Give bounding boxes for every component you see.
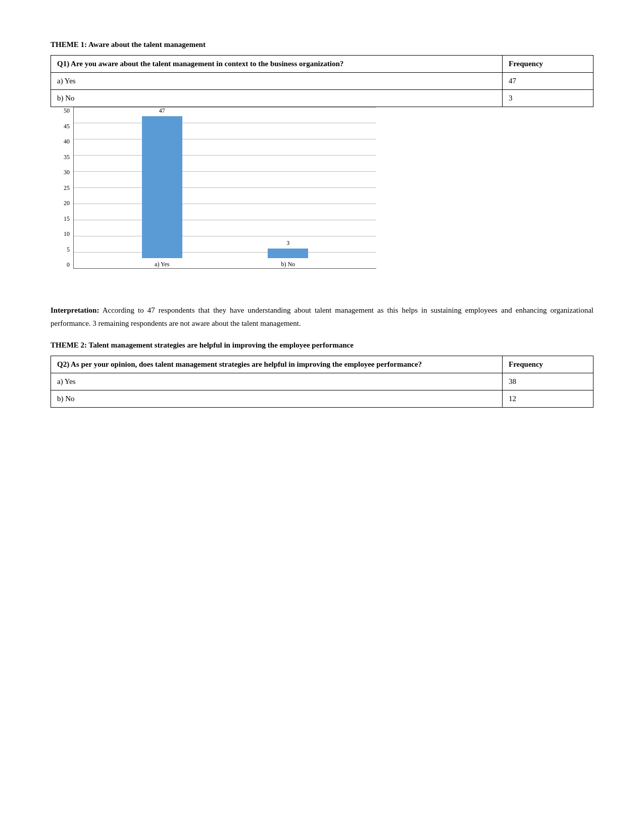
table-row: a) Yes 38 xyxy=(51,373,593,390)
q1-header-frequency: Frequency xyxy=(503,56,593,73)
table-header-row: Q1) Are you aware about the talent manag… xyxy=(51,56,593,73)
bar-yes-rect xyxy=(142,116,182,258)
y-label-0: 0 xyxy=(67,261,70,269)
y-label-5: 5 xyxy=(67,246,70,254)
table-row: a) Yes 47 xyxy=(51,73,593,90)
y-label-35: 35 xyxy=(64,154,70,161)
chart-plot-area: 47 a) Yes 3 b) No xyxy=(73,107,376,269)
y-label-10: 10 xyxy=(64,230,70,238)
y-label-50: 50 xyxy=(64,107,70,115)
chart1: 50 45 40 35 30 25 20 15 10 5 0 47 a) Yes xyxy=(51,107,404,294)
theme1-title: THEME 1: Aware about the talent manageme… xyxy=(51,40,593,49)
bar-yes-label-top: 47 xyxy=(159,107,165,115)
q1-freq-yes: 47 xyxy=(503,73,593,90)
q1-header-question: Q1) Are you aware about the talent manag… xyxy=(51,56,503,73)
y-label-45: 45 xyxy=(64,123,70,130)
interpretation-1: Interpretation: According to 47 responde… xyxy=(51,304,593,330)
theme2-title: THEME 2: Talent management strategies ar… xyxy=(51,341,593,350)
y-label-20: 20 xyxy=(64,200,70,207)
y-label-15: 15 xyxy=(64,215,70,223)
bar-no-rect xyxy=(268,249,308,258)
interpretation-label: Interpretation: xyxy=(51,306,99,314)
y-axis-labels: 50 45 40 35 30 25 20 15 10 5 0 xyxy=(51,107,70,269)
q2-freq-yes: 38 xyxy=(503,373,593,390)
table2-header-row: Q2) As per your opinion, does talent man… xyxy=(51,356,593,373)
table-row: b) No 3 xyxy=(51,90,593,107)
y-label-40: 40 xyxy=(64,138,70,145)
y-label-25: 25 xyxy=(64,184,70,192)
bar-no-label-bottom: b) No xyxy=(281,261,295,268)
theme1-table: Q1) Are you aware about the talent manag… xyxy=(51,55,593,107)
q2-header-frequency: Frequency xyxy=(503,356,593,373)
q2-option-yes: a) Yes xyxy=(51,373,503,390)
bars-area: 47 a) Yes 3 b) No xyxy=(74,107,376,268)
q2-freq-no: 12 xyxy=(503,390,593,408)
y-label-30: 30 xyxy=(64,169,70,176)
q1-option-yes: a) Yes xyxy=(51,73,503,90)
q2-option-no: b) No xyxy=(51,390,503,408)
q2-header-question: Q2) As per your opinion, does talent man… xyxy=(51,356,503,373)
theme2-table: Q2) As per your opinion, does talent man… xyxy=(51,356,593,408)
q1-option-no: b) No xyxy=(51,90,503,107)
table-row: b) No 12 xyxy=(51,390,593,408)
q1-freq-no: 3 xyxy=(503,90,593,107)
bar-no-label-top: 3 xyxy=(286,239,289,247)
bar-no: 3 b) No xyxy=(268,107,308,268)
bar-yes-label-bottom: a) Yes xyxy=(155,261,169,268)
bar-yes: 47 a) Yes xyxy=(142,107,182,268)
interpretation-body: According to 47 respondents that they ha… xyxy=(51,306,593,327)
